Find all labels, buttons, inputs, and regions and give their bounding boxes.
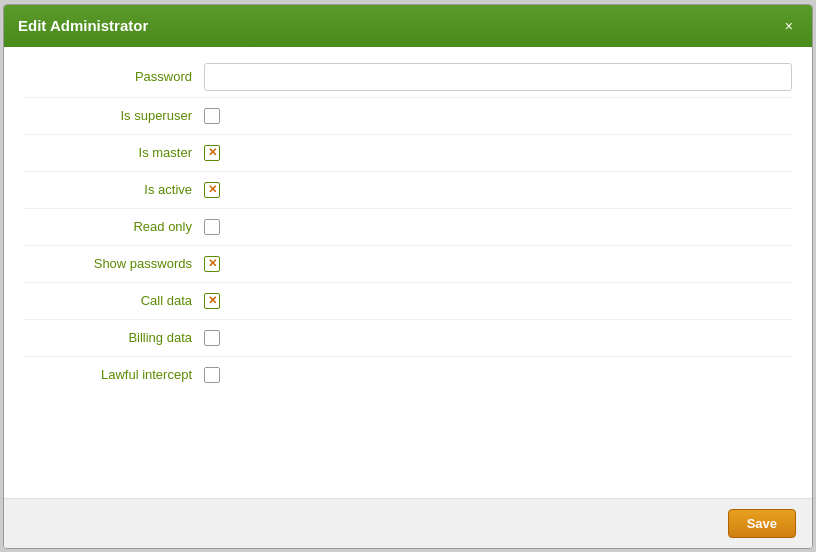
is-active-checkbox[interactable]	[204, 182, 220, 198]
lawful-intercept-checkbox-container	[204, 367, 220, 383]
read-only-label: Read only	[24, 219, 204, 234]
call-data-label: Call data	[24, 293, 204, 308]
is-active-row: Is active	[24, 172, 792, 209]
show-passwords-label: Show passwords	[24, 256, 204, 271]
call-data-checkbox[interactable]	[204, 293, 220, 309]
call-data-row: Call data	[24, 283, 792, 320]
read-only-checkbox-container	[204, 219, 220, 235]
read-only-row: Read only	[24, 209, 792, 246]
is-superuser-checkbox-container	[204, 108, 220, 124]
lawful-intercept-label: Lawful intercept	[24, 367, 204, 382]
read-only-checkbox[interactable]	[204, 219, 220, 235]
billing-data-row: Billing data	[24, 320, 792, 357]
dialog-footer: Save	[4, 498, 812, 548]
password-input[interactable]	[204, 63, 792, 91]
billing-data-checkbox[interactable]	[204, 330, 220, 346]
password-label: Password	[24, 69, 204, 84]
is-master-row: Is master	[24, 135, 792, 172]
is-active-label: Is active	[24, 182, 204, 197]
is-master-checkbox-container	[204, 145, 220, 161]
is-superuser-label: Is superuser	[24, 108, 204, 123]
edit-administrator-dialog: Edit Administrator × Password Is superus…	[3, 4, 813, 549]
lawful-intercept-checkbox[interactable]	[204, 367, 220, 383]
password-row: Password	[24, 57, 792, 98]
is-superuser-checkbox[interactable]	[204, 108, 220, 124]
close-button[interactable]: ×	[780, 17, 798, 35]
is-master-label: Is master	[24, 145, 204, 160]
dialog-body: Password Is superuser Is master Is activ…	[4, 47, 812, 498]
billing-data-checkbox-container	[204, 330, 220, 346]
show-passwords-checkbox[interactable]	[204, 256, 220, 272]
is-active-checkbox-container	[204, 182, 220, 198]
save-button[interactable]: Save	[728, 509, 796, 538]
lawful-intercept-row: Lawful intercept	[24, 357, 792, 393]
is-superuser-row: Is superuser	[24, 98, 792, 135]
billing-data-label: Billing data	[24, 330, 204, 345]
is-master-checkbox[interactable]	[204, 145, 220, 161]
dialog-title: Edit Administrator	[18, 17, 148, 34]
call-data-checkbox-container	[204, 293, 220, 309]
show-passwords-row: Show passwords	[24, 246, 792, 283]
show-passwords-checkbox-container	[204, 256, 220, 272]
dialog-header: Edit Administrator ×	[4, 5, 812, 47]
